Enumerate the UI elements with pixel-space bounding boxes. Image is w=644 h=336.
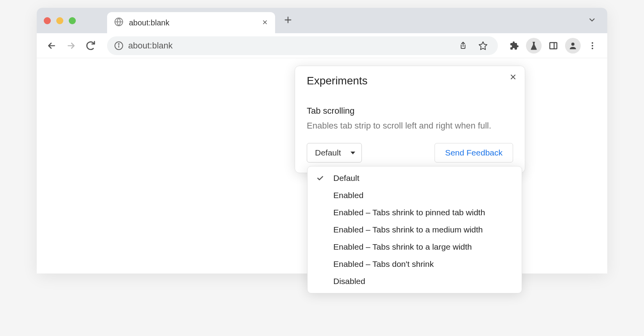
svg-point-8 (592, 45, 593, 46)
address-bar[interactable]: about:blank (107, 36, 498, 55)
send-feedback-button[interactable]: Send Feedback (435, 143, 513, 163)
window-controls (44, 17, 76, 24)
browser-tab[interactable]: about:blank (107, 12, 275, 33)
window-minimize-button[interactable] (56, 17, 63, 24)
site-info-icon[interactable] (114, 41, 123, 50)
experiment-description: Enables tab strip to scroll left and rig… (307, 119, 513, 132)
experiments-popup: Experiments Tab scrolling Enables tab st… (295, 66, 525, 173)
experiments-beaker-icon[interactable] (526, 38, 542, 54)
svg-point-7 (592, 42, 593, 44)
popup-actions: Default Send Feedback (307, 143, 513, 163)
caret-down-icon (351, 152, 355, 154)
dropdown-option-label: Enabled – Tabs don't shrink (333, 259, 434, 269)
extensions-icon[interactable] (506, 38, 522, 54)
tab-list-button[interactable] (588, 16, 596, 26)
browser-window: about:blank about:blank (37, 8, 607, 273)
dropdown-option[interactable]: Enabled – Tabs don't shrink (308, 256, 522, 273)
dropdown-option-label: Enabled – Tabs shrink to a large width (333, 242, 472, 252)
profile-avatar-icon[interactable] (565, 38, 581, 54)
dropdown-option[interactable]: Disabled (308, 273, 522, 290)
forward-button[interactable] (63, 38, 79, 54)
side-panel-icon[interactable] (546, 38, 561, 54)
menu-button[interactable] (585, 38, 600, 54)
url-text: about:blank (128, 41, 450, 51)
check-icon (316, 174, 328, 182)
experiment-name: Tab scrolling (307, 106, 513, 116)
tab-strip: about:blank (37, 8, 607, 33)
svg-point-3 (118, 43, 119, 44)
dropdown-menu: DefaultEnabledEnabled – Tabs shrink to p… (307, 166, 522, 293)
dropdown-option-label: Default (333, 173, 360, 183)
dropdown-option[interactable]: Enabled – Tabs shrink to pinned tab widt… (308, 204, 522, 221)
dropdown-option[interactable]: Default (308, 170, 522, 187)
svg-rect-4 (550, 43, 557, 49)
popup-close-button[interactable] (509, 72, 517, 83)
dropdown-option[interactable]: Enabled (308, 187, 522, 204)
dropdown-selected-label: Default (315, 148, 341, 157)
dropdown-option-label: Enabled – Tabs shrink to pinned tab widt… (333, 208, 485, 217)
dropdown-option-label: Disabled (333, 277, 365, 286)
window-maximize-button[interactable] (69, 17, 76, 24)
experiment-state-dropdown[interactable]: Default (307, 143, 362, 163)
dropdown-option-label: Enabled (333, 191, 363, 200)
dropdown-option[interactable]: Enabled – Tabs shrink to a large width (308, 238, 522, 256)
share-icon[interactable] (455, 38, 470, 54)
tab-close-button[interactable] (262, 18, 268, 28)
toolbar: about:blank (37, 33, 607, 58)
tab-title: about:blank (129, 18, 256, 27)
reload-button[interactable] (83, 38, 98, 54)
back-button[interactable] (44, 38, 59, 54)
window-close-button[interactable] (44, 17, 51, 24)
bookmark-star-icon[interactable] (475, 38, 491, 54)
svg-point-6 (571, 43, 574, 46)
globe-icon (114, 17, 123, 28)
svg-point-9 (592, 48, 593, 49)
dropdown-option[interactable]: Enabled – Tabs shrink to a medium width (308, 221, 522, 238)
dropdown-option-label: Enabled – Tabs shrink to a medium width (333, 225, 483, 234)
popup-title: Experiments (307, 75, 513, 87)
new-tab-button[interactable] (284, 14, 292, 27)
